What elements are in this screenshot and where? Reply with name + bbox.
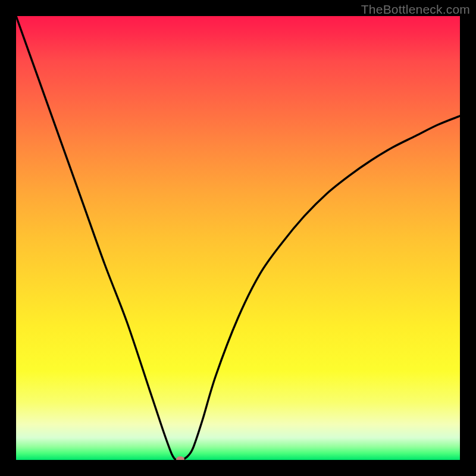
optimal-marker <box>176 456 184 460</box>
watermark-text: TheBottleneck.com <box>361 2 470 17</box>
chart-frame: TheBottleneck.com <box>0 0 476 476</box>
plot-area <box>16 16 460 460</box>
bottleneck-curve <box>16 16 460 460</box>
